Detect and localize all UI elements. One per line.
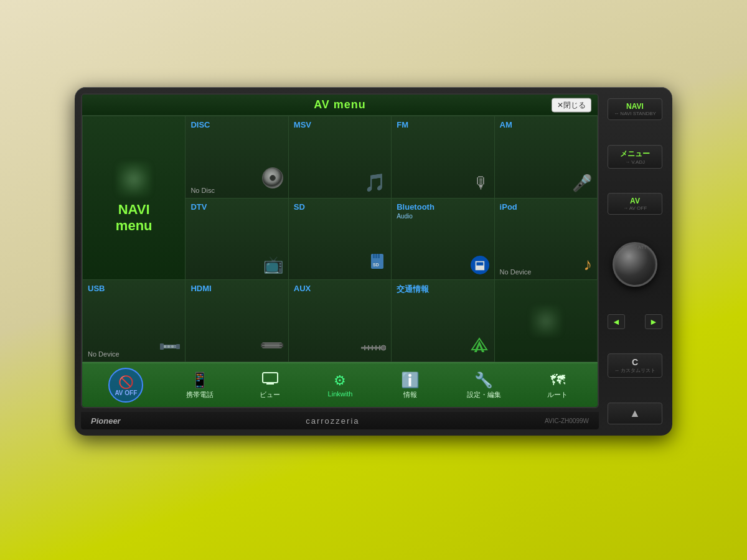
pioneer-brand: Pioneer xyxy=(91,416,121,426)
toolbar-settings[interactable]: 🔧 設定・編集 xyxy=(462,369,506,402)
av-button[interactable]: AV → AV OFF xyxy=(608,193,662,215)
car-stereo-device: AV menu ✕閉じる DISC No Disc xyxy=(75,87,672,436)
push-att-label: PUSH ATT xyxy=(623,245,647,250)
am-icon: 🎤 xyxy=(572,174,592,193)
hdmi-title: HDMI xyxy=(190,284,211,293)
device-left-panel: AV menu ✕閉じる DISC No Disc xyxy=(81,93,599,429)
dtv-icon: 📺 xyxy=(263,255,283,274)
toolbar-phone[interactable]: 📱 携帯電話 xyxy=(181,369,218,402)
fm-title: FM xyxy=(397,120,408,129)
disc-title: DISC xyxy=(190,120,210,129)
msv-title: MSV xyxy=(294,120,311,129)
route-label: ルート xyxy=(547,390,568,399)
menu-cell-navi-bottom[interactable] xyxy=(495,280,598,362)
menu-cell-hdmi[interactable]: HDMI xyxy=(186,280,288,362)
av-menu: AV menu ✕閉じる DISC No Disc xyxy=(82,95,598,407)
linkwith-icon: ⚙ xyxy=(334,373,346,389)
bluetooth-title: Bluetooth xyxy=(397,202,435,212)
menu-cell-dtv[interactable]: DTV 📺 xyxy=(186,198,288,281)
menu-cell-ipod[interactable]: iPod ♪ No Device xyxy=(495,198,598,281)
c-button-sub: ↔ カスタムリスト xyxy=(611,367,659,374)
left-arrow-button[interactable]: ◄ xyxy=(608,314,625,329)
model-number: AVIC-ZH0099W xyxy=(545,418,589,424)
eject-button[interactable]: ▲ xyxy=(608,403,662,424)
svg-rect-25 xyxy=(263,373,278,383)
toolbar-route[interactable]: 🗺 ルート xyxy=(539,369,576,402)
bottom-toolbar: 🚫 AV OFF 📱 携帯電話 xyxy=(82,362,598,407)
msv-icon: 🎵 xyxy=(364,172,386,193)
screen: AV menu ✕閉じる DISC No Disc xyxy=(82,95,598,407)
fm-icon: 🎙 xyxy=(473,174,489,193)
toolbar-view[interactable]: ビュー xyxy=(251,369,289,402)
av-off-label: AV OFF xyxy=(115,390,137,396)
menu-cell-sd[interactable]: SD SD xyxy=(289,198,392,281)
svg-rect-7 xyxy=(176,344,180,349)
svg-point-9 xyxy=(167,345,170,348)
nav-arrows: ◄ ► xyxy=(608,314,662,329)
close-button[interactable]: ✕閉じる xyxy=(552,98,591,112)
view-label: ビュー xyxy=(260,390,280,399)
menu-cell-disc[interactable]: DISC No Disc xyxy=(186,116,288,198)
dtv-title: DTV xyxy=(190,202,207,212)
menu-cell-bluetooth[interactable]: Bluetooth Audio ⬓ xyxy=(392,198,494,281)
disc-icon xyxy=(262,167,283,193)
navi-button-label: NAVI xyxy=(611,102,659,111)
menu-cell-traffic[interactable]: 交通情報 xyxy=(392,280,494,362)
device-brand-bar: Pioneer carrozzeria AVIC-ZH0099W xyxy=(81,412,599,429)
traffic-title: 交通情報 xyxy=(397,284,429,295)
right-arrow-button[interactable]: ► xyxy=(645,314,662,329)
sd-icon: SD xyxy=(369,253,386,274)
av-button-label: AV xyxy=(611,197,659,205)
volume-knob-container: PUSH ATT xyxy=(610,240,660,289)
av-off-button[interactable]: 🚫 AV OFF xyxy=(108,368,143,403)
settings-label: 設定・編集 xyxy=(467,390,501,399)
menu-cell-am[interactable]: AM 🎤 xyxy=(495,116,598,198)
av-menu-title: AV menu xyxy=(314,98,366,111)
disc-status: No Disc xyxy=(190,187,215,194)
toolbar-info[interactable]: ℹ️ 情報 xyxy=(392,369,429,402)
carrozzeria-brand: carrozzeria xyxy=(306,416,359,426)
navi-button-sub: ↔ NAVI STANDBY xyxy=(611,111,659,116)
menu-cell-aux[interactable]: AUX xyxy=(289,280,392,362)
sd-title: SD xyxy=(294,202,305,212)
av-off-icon: 🚫 xyxy=(118,375,134,390)
svg-text:SD: SD xyxy=(373,263,379,267)
svg-rect-1 xyxy=(373,254,375,258)
menu-button[interactable]: メニュー → V.ADJ xyxy=(608,145,662,169)
navi-cell-label: NAVImenu xyxy=(116,202,153,235)
settings-icon: 🔧 xyxy=(474,371,493,389)
info-label: 情報 xyxy=(403,390,417,399)
menu-cell-usb[interactable]: USB xyxy=(83,280,186,362)
am-title: AM xyxy=(500,120,512,129)
menu-cell-msv[interactable]: MSV 🎵 xyxy=(289,116,392,198)
toolbar-linkwith[interactable]: ⚙ Linkwith xyxy=(321,370,359,400)
svg-point-8 xyxy=(164,345,166,348)
route-icon: 🗺 xyxy=(550,371,565,389)
menu-cell-navi-top[interactable]: NAVImenu xyxy=(83,116,186,280)
toolbar-av-off[interactable]: 🚫 AV OFF xyxy=(103,365,148,405)
phone-label: 携帯電話 xyxy=(186,390,214,399)
info-icon: ℹ️ xyxy=(401,371,420,389)
menu-grid: DISC No Disc MSV 🎵 F xyxy=(82,116,598,362)
svg-rect-2 xyxy=(375,254,377,258)
usb-title: USB xyxy=(88,284,105,293)
ipod-title: iPod xyxy=(500,202,517,212)
aux-title: AUX xyxy=(294,284,311,293)
linkwith-label: Linkwith xyxy=(328,390,353,398)
phone-icon: 📱 xyxy=(190,371,209,389)
usb-icon xyxy=(160,337,180,357)
scene: AV menu ✕閉じる DISC No Disc xyxy=(0,0,747,560)
c-button-label: C xyxy=(611,357,659,367)
menu-cell-fm[interactable]: FM 🎙 xyxy=(392,116,494,198)
navi-button[interactable]: NAVI ↔ NAVI STANDBY xyxy=(608,98,662,120)
ipod-icon: ♪ xyxy=(583,254,592,274)
traffic-icon xyxy=(469,336,489,357)
c-button[interactable]: C ↔ カスタムリスト xyxy=(608,353,662,378)
menu-button-label: メニュー xyxy=(611,149,659,159)
bluetooth-icon: ⬓ xyxy=(471,256,489,274)
screen-container: AV menu ✕閉じる DISC No Disc xyxy=(81,93,599,408)
svg-rect-6 xyxy=(160,343,164,350)
ipod-status: No Device xyxy=(500,268,532,276)
usb-status: No Device xyxy=(88,350,120,358)
title-bar: AV menu ✕閉じる xyxy=(82,95,598,116)
